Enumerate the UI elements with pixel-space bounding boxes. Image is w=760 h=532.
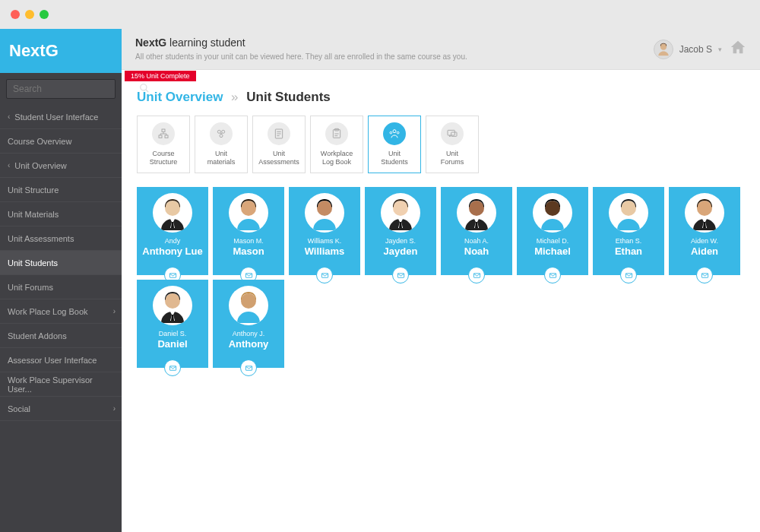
student-card[interactable]: Williams K.Williams — [289, 187, 360, 275]
user-name: Jacob S — [679, 44, 712, 55]
sidebar-item-student-addons[interactable]: Student Addons — [0, 324, 122, 348]
tab-label: Unit Assessments — [258, 150, 299, 166]
sidebar-item-unit-students[interactable]: Unit Students — [0, 251, 122, 275]
mail-button[interactable] — [620, 267, 637, 283]
sidebar-item-unit-overview[interactable]: ‹Unit Overview — [0, 154, 122, 178]
student-subtitle: Mason M. — [233, 237, 264, 245]
sidebar-item-label: Student Addons — [8, 331, 67, 340]
mail-button[interactable] — [696, 267, 713, 283]
mail-button[interactable] — [392, 267, 409, 283]
student-avatar — [609, 193, 648, 233]
breadcrumb-current: Unit Students — [246, 90, 331, 104]
tab-label: Unit Forums — [441, 150, 464, 166]
student-name: Anthony — [229, 338, 269, 350]
mail-button[interactable] — [316, 267, 333, 283]
brand-logo: NextG — [0, 29, 122, 73]
tab-label: Unit materials — [207, 150, 236, 166]
student-card[interactable]: AndyAnthony Lue — [137, 187, 208, 275]
student-subtitle: Noah A. — [464, 237, 489, 245]
tab-label: Course Structure — [150, 150, 178, 166]
tab-logbook[interactable]: Workplace Log Book — [310, 116, 363, 173]
tab-students[interactable]: Unit Students — [368, 116, 421, 173]
avatar — [654, 40, 673, 59]
mail-button[interactable] — [544, 267, 561, 283]
sidebar-item-unit-materials[interactable]: Unit Materials — [0, 202, 122, 226]
sidebar-item-unit-assessments[interactable]: Unit Assessments — [0, 226, 122, 251]
chevron-left-icon: ‹ — [8, 112, 10, 121]
mail-button[interactable] — [240, 359, 257, 376]
sidebar-item-social[interactable]: Social› — [0, 397, 122, 421]
sidebar-item-unit-forums[interactable]: Unit Forums — [0, 275, 122, 299]
page-title: NextG learning student — [135, 36, 654, 49]
chevron-left-icon: ‹ — [8, 161, 10, 169]
student-avatar — [229, 193, 268, 233]
sidebar-item-label: Student User Interface — [14, 112, 98, 122]
svg-rect-21 — [451, 132, 457, 136]
student-card[interactable]: Ethan S.Ethan — [593, 187, 664, 275]
student-card[interactable]: Daniel S.Daniel — [137, 280, 208, 368]
tab-forums[interactable]: Unit Forums — [426, 116, 479, 173]
sidebar-item-label: Unit Assessments — [8, 234, 74, 243]
close-dot[interactable] — [11, 10, 20, 19]
sidebar-item-label: Unit Materials — [8, 210, 59, 219]
svg-rect-3 — [162, 129, 165, 131]
student-name: Michael — [534, 245, 571, 257]
sidebar-item-label: Work Place Log Book — [8, 307, 88, 316]
minimize-dot[interactable] — [25, 10, 34, 19]
student-avatar — [153, 286, 192, 325]
search-input-wrap[interactable] — [6, 79, 116, 99]
svg-rect-4 — [159, 135, 162, 138]
tab-structure[interactable]: Course Structure — [137, 116, 190, 173]
student-card[interactable]: Anthony J.Anthony — [213, 280, 284, 368]
student-card[interactable]: Michael D.Michael — [517, 187, 588, 275]
svg-point-29 — [317, 201, 332, 216]
student-subtitle: Anthony J. — [233, 330, 265, 337]
sidebar-item-assessor-user-interface[interactable]: Assessor User Interface — [0, 348, 122, 372]
sidebar-item-label: Unit Forums — [8, 283, 53, 292]
student-name: Mason — [233, 245, 264, 257]
svg-point-32 — [393, 201, 408, 216]
sidebar-item-label: Unit Overview — [14, 161, 66, 170]
sidebar-item-label: Social — [8, 404, 30, 413]
chevron-right-icon: › — [113, 307, 116, 315]
student-subtitle: Daniel S. — [159, 330, 187, 337]
sidebar-item-course-overview[interactable]: Course Overview — [0, 129, 122, 154]
sidebar-item-work-place-supervisor-user-[interactable]: Work Place Supervisor User... — [0, 372, 122, 397]
svg-point-17 — [393, 130, 396, 133]
student-subtitle: Aiden W. — [691, 237, 718, 245]
mail-button[interactable] — [468, 267, 485, 283]
sidebar-item-student-user-interface[interactable]: ‹Student User Interface — [0, 105, 122, 129]
student-avatar — [685, 193, 724, 233]
breadcrumb-unit-overview[interactable]: Unit Overview — [137, 90, 223, 104]
search-input[interactable] — [7, 84, 133, 94]
sidebar: NextG ‹Student User InterfaceCourse Over… — [0, 29, 122, 532]
svg-point-44 — [697, 201, 712, 216]
student-card[interactable]: Aiden W.Aiden — [669, 187, 740, 275]
home-icon[interactable] — [730, 39, 746, 60]
svg-point-23 — [165, 201, 180, 216]
tab-assess[interactable]: Unit Assessments — [252, 116, 306, 173]
student-name: Ethan — [615, 245, 642, 257]
student-avatar — [153, 193, 192, 233]
zoom-dot[interactable] — [40, 10, 49, 19]
breadcrumb-separator: » — [231, 90, 238, 104]
user-menu[interactable]: Jacob S ▾ — [654, 40, 722, 59]
sidebar-item-work-place-log-book[interactable]: Work Place Log Book› — [0, 299, 122, 324]
student-avatar — [305, 193, 344, 233]
student-subtitle: Michael D. — [537, 237, 569, 245]
svg-point-8 — [220, 135, 223, 138]
student-subtitle: Andy — [165, 237, 181, 245]
svg-point-19 — [397, 132, 399, 135]
student-card[interactable]: Noah A.Noah — [441, 187, 512, 275]
chevron-right-icon: › — [113, 404, 116, 413]
student-avatar — [533, 193, 572, 233]
student-name: Aiden — [691, 245, 718, 257]
sidebar-item-unit-structure[interactable]: Unit Structure — [0, 178, 122, 202]
logbook-icon — [325, 122, 348, 145]
mail-button[interactable] — [164, 359, 181, 376]
tab-materials[interactable]: Unit materials — [195, 116, 248, 173]
svg-point-38 — [545, 201, 560, 216]
student-card[interactable]: Jayden S.Jayden — [365, 187, 436, 275]
chevron-down-icon: ▾ — [718, 46, 722, 53]
student-card[interactable]: Mason M.Mason — [213, 187, 284, 275]
